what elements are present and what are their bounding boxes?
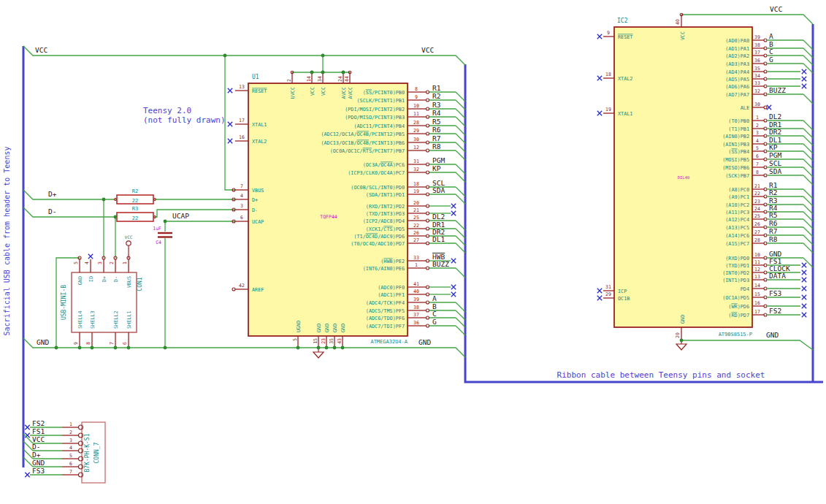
- lbl-text: FS2: [32, 419, 45, 427]
- name-text: VCC: [680, 31, 686, 40]
- no-connect-icon: [802, 270, 806, 275]
- lbl-text: R1: [432, 84, 441, 92]
- pin-end-circle: [427, 124, 429, 127]
- pin-end-circle: [427, 267, 429, 270]
- pin-end-circle: [764, 127, 767, 130]
- wire: [456, 268, 465, 278]
- name-text: SHELL4: [77, 310, 83, 329]
- num-text: 7: [69, 469, 72, 475]
- name-text: ICP: [618, 289, 627, 294]
- lbl-text: SDA: [769, 167, 781, 175]
- num-text: 7: [756, 161, 759, 167]
- name-text: (WR)PD6: [728, 304, 749, 310]
- lbl-text: DL1: [432, 235, 445, 243]
- lbl-text: FS2: [769, 307, 781, 315]
- vcc-rail: [23, 46, 465, 65]
- num-text: 20: [675, 332, 681, 338]
- num-text: 39: [754, 34, 760, 40]
- no-connect-icon: [802, 84, 806, 88]
- lbl-text: R2: [432, 92, 440, 100]
- vcc-to-vbus: [225, 56, 235, 190]
- name-text: RESET: [618, 34, 632, 40]
- num-text: 8: [85, 342, 91, 345]
- junction-dot: [164, 220, 167, 224]
- pin-end-circle: [764, 142, 767, 145]
- num-text: 17: [239, 118, 245, 123]
- u1-body[interactable]: [248, 83, 408, 336]
- num-text: 25: [413, 215, 419, 221]
- vcc-label-left: VCC: [35, 46, 47, 54]
- pin-end-circle: [764, 287, 767, 290]
- pin-end-circle: [764, 134, 767, 137]
- pin-end-circle: [764, 278, 767, 281]
- vcc-label-right: VCC: [421, 46, 434, 54]
- name-text: (SDA/INT1)PD1: [366, 192, 405, 198]
- name-text: XTAL2: [618, 76, 632, 82]
- pin-end-circle: [764, 203, 767, 206]
- wire: [456, 172, 465, 182]
- pin-end-circle: [764, 85, 767, 88]
- num-text: 2: [756, 123, 759, 129]
- name-text: (A13)PC5: [725, 225, 749, 231]
- name-text: (TXD)PD1: [725, 263, 749, 269]
- lbl-text: A: [769, 32, 773, 40]
- no-connect-icon: [88, 254, 93, 259]
- lbl-text: R7: [432, 134, 440, 142]
- num-text: 34: [317, 76, 323, 82]
- junction-dot: [310, 71, 314, 75]
- wire: [456, 302, 465, 312]
- name-text: (OC0A/OC1C/RTS/PCINT7)PB7: [330, 148, 405, 154]
- name-text: SHELL1: [126, 310, 132, 329]
- num-text: 21: [413, 207, 419, 213]
- num-text: 6: [122, 342, 128, 345]
- pin-end-circle: [764, 234, 767, 237]
- name-text: GND: [77, 276, 83, 285]
- name-text: (ICP3/CLK0/OC4A)PC7: [348, 170, 405, 176]
- junction-dot: [317, 346, 321, 350]
- num-text: 23: [321, 338, 326, 344]
- num-text: 16: [239, 134, 245, 140]
- pin-end-circle: [764, 264, 767, 267]
- wire: [456, 134, 465, 143]
- num-text: 22: [754, 191, 760, 196]
- name-text: D+: [252, 197, 258, 203]
- name-text: (AD5)PA5: [725, 77, 749, 83]
- no-connect-icon: [451, 285, 456, 289]
- pin-end-circle: [764, 256, 767, 259]
- junction-dot: [55, 346, 58, 350]
- num-text: 9: [415, 94, 418, 100]
- junction-dot: [114, 215, 118, 219]
- num-text: 26: [754, 221, 760, 227]
- num-text: 23: [754, 199, 760, 205]
- no-connect-icon: [451, 204, 456, 208]
- lbl-text: DL2: [769, 112, 781, 121]
- name-text: (T1/OC4D/ADC9)PD6: [353, 234, 405, 240]
- num-text: 43: [337, 338, 343, 344]
- teensy-note-line2: (not fully drawn): [143, 115, 226, 125]
- name-text: (AD1)PA1: [725, 46, 749, 52]
- num-text: 36: [754, 58, 760, 64]
- name-text: (RD)PD7: [728, 313, 749, 318]
- pin-end-circle: [764, 62, 767, 65]
- pin-end-circle: [427, 171, 429, 174]
- pin-end-circle: [427, 242, 429, 245]
- wire: [803, 167, 813, 177]
- pin-end-circle: [427, 259, 429, 262]
- pin-end-circle: [427, 205, 429, 207]
- gnd-label-left: GND: [37, 338, 49, 346]
- no-connect-icon: [597, 34, 602, 39]
- lbl-text: R6: [769, 219, 778, 227]
- pin-end-circle: [764, 150, 767, 153]
- num-text: 39: [413, 297, 419, 302]
- num-text: 25: [754, 213, 760, 219]
- pin-end-circle: [427, 286, 429, 289]
- name-text: (OC0B/SCL/INT0)PD0: [351, 185, 405, 191]
- num-text: 32: [754, 88, 760, 94]
- dplus-label: D+: [48, 190, 57, 198]
- gnd-symbol-icon: [676, 344, 687, 350]
- name-text: (ADC7/TDI)PF7: [366, 324, 405, 329]
- num-text: 29: [605, 291, 611, 297]
- num-text: 24: [337, 76, 343, 82]
- name-text: (SS/PCINT0)PB0: [363, 90, 405, 96]
- num-text: 31: [605, 284, 611, 290]
